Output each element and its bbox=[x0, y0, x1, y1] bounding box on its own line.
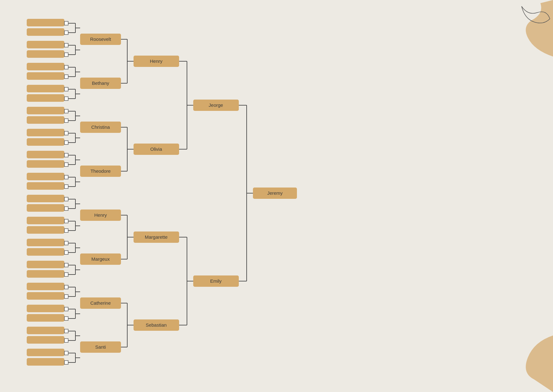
r2-slot-6-label: Margeux bbox=[91, 256, 110, 262]
svg-rect-31 bbox=[27, 358, 64, 366]
r3-slot-2-label: Olivia bbox=[150, 146, 162, 152]
svg-rect-38 bbox=[64, 87, 68, 91]
svg-rect-54 bbox=[64, 263, 68, 267]
r2-slot-1-label: Roosevelt bbox=[90, 36, 112, 42]
svg-rect-14 bbox=[27, 173, 64, 180]
svg-rect-7 bbox=[27, 94, 64, 102]
svg-rect-37 bbox=[64, 75, 68, 79]
svg-rect-53 bbox=[64, 251, 68, 254]
svg-rect-13 bbox=[27, 160, 64, 168]
svg-rect-25 bbox=[27, 292, 64, 300]
svg-rect-22 bbox=[27, 261, 64, 268]
r3-slot-4-label: Sebastian bbox=[146, 322, 167, 328]
svg-rect-16 bbox=[27, 195, 64, 202]
svg-rect-50 bbox=[64, 219, 68, 223]
svg-rect-59 bbox=[64, 317, 68, 320]
svg-rect-47 bbox=[64, 185, 68, 188]
svg-rect-24 bbox=[27, 283, 64, 290]
svg-rect-41 bbox=[64, 119, 68, 122]
svg-rect-43 bbox=[64, 141, 68, 144]
svg-rect-56 bbox=[64, 285, 68, 289]
svg-rect-62 bbox=[64, 351, 68, 355]
svg-rect-19 bbox=[27, 226, 64, 234]
svg-rect-44 bbox=[64, 153, 68, 157]
svg-rect-34 bbox=[64, 43, 68, 47]
svg-rect-63 bbox=[64, 361, 68, 364]
svg-rect-8 bbox=[27, 107, 64, 114]
blob-bottom-right-decoration bbox=[490, 335, 553, 392]
svg-rect-36 bbox=[64, 65, 68, 69]
svg-rect-18 bbox=[27, 217, 64, 224]
svg-rect-15 bbox=[27, 182, 64, 190]
svg-rect-1 bbox=[27, 28, 64, 36]
svg-rect-20 bbox=[27, 239, 64, 246]
svg-rect-46 bbox=[64, 175, 68, 179]
svg-rect-61 bbox=[64, 339, 68, 342]
svg-rect-39 bbox=[64, 97, 68, 101]
svg-rect-32 bbox=[64, 21, 68, 25]
svg-rect-11 bbox=[27, 138, 64, 146]
r4-slot-1-label: Jeorge bbox=[209, 102, 223, 108]
svg-rect-48 bbox=[64, 197, 68, 201]
r2-slot-3-label: Christina bbox=[91, 124, 110, 130]
r3-slot-1-label: Henry bbox=[150, 58, 163, 64]
r2-slot-7-label: Catherine bbox=[90, 300, 111, 306]
svg-rect-4 bbox=[27, 63, 64, 70]
svg-rect-42 bbox=[64, 131, 68, 135]
svg-rect-26 bbox=[27, 305, 64, 312]
r3-slot-3-label: Margarette bbox=[145, 234, 168, 240]
svg-rect-9 bbox=[27, 116, 64, 124]
svg-rect-0 bbox=[27, 19, 64, 26]
svg-rect-57 bbox=[64, 295, 68, 298]
svg-rect-2 bbox=[27, 41, 64, 48]
svg-rect-58 bbox=[64, 307, 68, 311]
svg-rect-60 bbox=[64, 329, 68, 333]
svg-rect-51 bbox=[64, 229, 68, 232]
svg-rect-33 bbox=[64, 31, 68, 35]
r2-slot-8-label: Santi bbox=[95, 344, 106, 350]
svg-rect-28 bbox=[27, 327, 64, 334]
svg-rect-45 bbox=[64, 163, 68, 166]
svg-rect-17 bbox=[27, 204, 64, 212]
r2-slot-5-label: Henry bbox=[94, 212, 107, 218]
svg-rect-12 bbox=[27, 151, 64, 158]
svg-rect-49 bbox=[64, 207, 68, 210]
svg-rect-3 bbox=[27, 50, 64, 58]
svg-rect-55 bbox=[64, 273, 68, 276]
svg-rect-21 bbox=[27, 248, 64, 256]
svg-rect-30 bbox=[27, 349, 64, 356]
svg-rect-35 bbox=[64, 53, 68, 57]
svg-rect-40 bbox=[64, 109, 68, 113]
r5-slot-1-label: Jeremy bbox=[267, 190, 283, 196]
svg-rect-52 bbox=[64, 241, 68, 245]
svg-rect-29 bbox=[27, 336, 64, 344]
r4-slot-2-label: Emily bbox=[210, 278, 222, 284]
r2-slot-4-label: Theodore bbox=[90, 168, 111, 174]
svg-rect-27 bbox=[27, 314, 64, 322]
bracket-svg: .slot-rect { fill: #D4A96A; rx: 5; ry: 5… bbox=[27, 17, 404, 375]
blob-top-right-decoration bbox=[484, 0, 553, 57]
svg-rect-6 bbox=[27, 85, 64, 92]
r2-slot-2-label: Bethany bbox=[92, 80, 109, 86]
svg-rect-5 bbox=[27, 72, 64, 80]
svg-rect-10 bbox=[27, 129, 64, 136]
svg-rect-23 bbox=[27, 270, 64, 278]
